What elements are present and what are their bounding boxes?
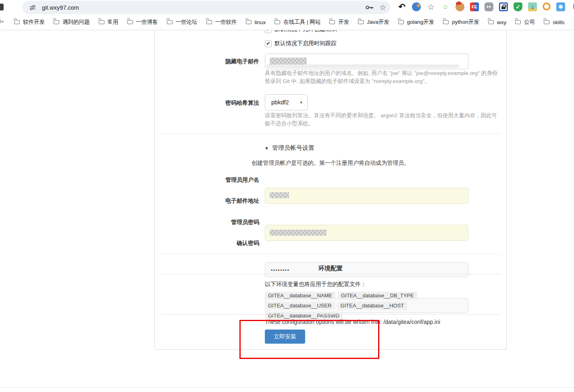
bookmark-folder-online-tools[interactable]: 在线工具 | 网站 [275, 19, 320, 26]
env-tag: GITEA__database__HOST [337, 302, 408, 310]
admin-username-label: 管理员用户名 [153, 176, 259, 184]
password-hash-help: 设置密码散列算法。算法有不同的要求和强度。 argon2 算法相当安全，但使用大… [265, 112, 499, 128]
bookmark-label: 常用 [108, 19, 119, 26]
censored-value [270, 236, 317, 239]
fe-extension-icon[interactable]: FE [470, 2, 479, 11]
folder-icon [443, 20, 449, 24]
confirm-password-label: 确认密码 [153, 240, 259, 247]
censored-value [270, 58, 307, 65]
admin-username-input[interactable] [265, 188, 468, 204]
selected-value: pbkdf2 [271, 99, 300, 106]
bookmark-label: python开发 [452, 19, 479, 26]
checkbox-time-tracking[interactable]: ✔ [265, 40, 272, 47]
bookmark-label: 遇到的问题 [62, 19, 90, 26]
folder-icon [398, 20, 404, 24]
bookmark-folder-software[interactable]: 一些软件 [206, 19, 237, 26]
annotation-rectangle [239, 320, 379, 359]
site-settings-icon[interactable] [29, 4, 36, 11]
browser-chrome: git.wxy97.com ☆ ↶ ☆ ○ FE •• ✓ ↓ ✻ K 0+ 软… [0, 0, 574, 30]
extensions-row: ↶ ☆ ○ FE •• ✓ ↓ ✻ K [397, 2, 574, 11]
blue-snowflake-extension-icon[interactable]: ✻ [556, 2, 565, 11]
bookmark-label: 开发 [338, 19, 349, 26]
admin-section-title: 管理员帐号设置 [272, 144, 314, 152]
admin-email-label: 电子邮件地址 [153, 197, 259, 205]
shield-lock-extension-icon[interactable] [499, 2, 508, 11]
folder-icon [275, 20, 280, 24]
folder-icon [246, 20, 252, 24]
clipped-edge-element [0, 4, 4, 10]
bookmark-folder-forums[interactable]: 一些论坛 [167, 19, 198, 26]
env-tags: GITEA__database__NAME GITEA__database__D… [265, 292, 470, 320]
green-loop-extension-icon[interactable]: ○ [441, 2, 450, 11]
folder-icon [544, 20, 549, 24]
bookmark-folder-dev[interactable]: 开发 [329, 19, 349, 26]
hidden-email-input[interactable] [265, 54, 468, 69]
admin-email-input[interactable] [265, 225, 468, 241]
censor-band [266, 64, 459, 68]
triangle-down-icon: ▼ [264, 146, 269, 151]
chevron-down-icon: ▾ [300, 100, 302, 105]
folder-icon [515, 20, 521, 24]
bookmark-label: 在线工具 | 网站 [283, 19, 320, 26]
env-tag: GITEA__database__DB_TYPE [338, 292, 417, 300]
censored-value [270, 192, 289, 198]
option-row-time-tracking[interactable]: ✔ 默认情况下启用时间跟踪 [265, 40, 337, 47]
download-arrow-extension-icon[interactable]: ↓ [528, 2, 537, 11]
folder-icon [329, 20, 335, 24]
bookmark-folder-common[interactable]: 常用 [99, 19, 119, 26]
bookmark-folder-linux[interactable]: linux [246, 19, 266, 25]
checkbox-label[interactable]: 默认情况下启用时间跟踪 [275, 40, 337, 47]
section-divider [161, 134, 500, 134]
bookmark-folder-problems[interactable]: 遇到的问题 [54, 19, 90, 26]
bookmark-label: Java开发 [367, 19, 389, 26]
folder-icon [206, 20, 212, 24]
bookmark-folder-software-dev[interactable]: 软件开发 [14, 19, 45, 26]
section-divider [161, 314, 500, 315]
admin-section-note: 创建管理员帐户是可选的。第一个注册用户将自动成为管理员。 [161, 160, 500, 167]
globe-extension-icon[interactable] [412, 2, 421, 11]
password-key-icon[interactable] [365, 5, 374, 10]
bookmark-folder-company[interactable]: 公司 [515, 19, 535, 26]
censored-value [270, 230, 327, 236]
env-config-note: 以下环境变量也将应用于您的配置文件： [265, 281, 366, 288]
folder-icon [99, 20, 104, 24]
bookmark-label: golang开发 [407, 19, 435, 26]
folder-icon [54, 20, 59, 24]
heading-divider [161, 274, 500, 274]
password-hash-select[interactable]: pbkdf2 ▾ [265, 94, 308, 110]
bookmark-label: 一些博客 [136, 19, 158, 26]
bookmark-label: skills [553, 19, 564, 25]
green-shield-check-extension-icon[interactable]: ✓ [514, 2, 522, 11]
bookmark-folder-wxy[interactable]: wxy [488, 19, 506, 25]
k-extension-icon[interactable]: K [571, 2, 574, 11]
bookmark-folder-golang[interactable]: golang开发 [398, 19, 435, 26]
orange-ring-extension-icon[interactable] [543, 2, 551, 10]
star-sparkle-extension-icon[interactable]: ☆ [426, 2, 435, 11]
address-bar[interactable]: git.wxy97.com ☆ [22, 1, 390, 14]
bookmark-star-icon[interactable]: ☆ [379, 4, 386, 11]
undo-arrow-extension-icon[interactable]: ↶ [397, 2, 406, 11]
bookmark-label: 一些论坛 [176, 19, 198, 26]
hidden-email-help: 具有隐藏电子邮件地址的用户的域名。例如, 用户名 "joe" 将以 "joe@n… [265, 69, 499, 85]
section-divider [161, 254, 500, 254]
env-tag: GITEA__database__USER [265, 302, 335, 310]
bookmarks-bar: 0+ 软件开发 遇到的问题 常用 一些博客 一些论坛 一些软件 linux 在线… [0, 15, 574, 30]
grey-dots-extension-icon[interactable]: •• [485, 2, 493, 11]
bookmark-label: 公司 [524, 19, 535, 26]
bookmark-folder-java[interactable]: Java开发 [358, 19, 389, 26]
bookmark-label: wxy [497, 19, 506, 25]
bookmark-folder-blogs[interactable]: 一些博客 [127, 19, 158, 26]
bookmarks-overflow-label[interactable]: 0+ [0, 19, 4, 25]
folder-icon [358, 20, 364, 24]
folder-icon [488, 20, 494, 24]
bookmark-folder-skills[interactable]: skills [544, 19, 564, 25]
bookmark-label: linux [255, 19, 266, 25]
env-config-heading: 环境配置 [161, 265, 500, 272]
folder-icon [167, 20, 173, 24]
bookmark-folder-python[interactable]: python开发 [443, 19, 479, 26]
bookmark-label: 软件开发 [23, 19, 45, 26]
url-text[interactable]: git.wxy97.com [42, 4, 79, 11]
santa-face-extension-icon[interactable] [455, 2, 464, 11]
admin-section-toggle[interactable]: ▼ 管理员帐号设置 [264, 144, 314, 152]
footer-divider [0, 387, 574, 388]
